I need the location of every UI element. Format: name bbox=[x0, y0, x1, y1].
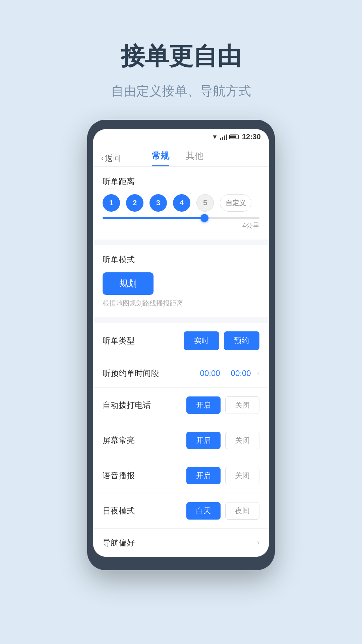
auto-call-row: 自动拨打电话 开启 关闭 bbox=[93, 388, 269, 423]
screen-on-toggle: 开启 关闭 bbox=[186, 432, 259, 449]
back-label: 返回 bbox=[105, 153, 121, 164]
page-header: 接单更自由 自由定义接单、导航方式 bbox=[111, 0, 251, 100]
wifi-icon: ▼ bbox=[212, 133, 218, 141]
distance-btn-2[interactable]: 2 bbox=[126, 194, 143, 212]
voice-off[interactable]: 关闭 bbox=[225, 467, 259, 484]
distance-options: 1 2 3 4 5 自定义 bbox=[103, 194, 259, 212]
battery-icon bbox=[229, 135, 239, 139]
time-range-value[interactable]: 00:00 - 00:00 › bbox=[200, 369, 259, 378]
signal-icon bbox=[220, 134, 227, 140]
voice-toggle: 开启 关闭 bbox=[186, 467, 259, 484]
distance-btn-3[interactable]: 3 bbox=[149, 194, 167, 212]
status-bar: ▼ bbox=[93, 129, 269, 145]
page-title: 接单更自由 bbox=[111, 40, 251, 72]
status-icons: ▼ bbox=[212, 133, 239, 141]
settings-list: 听单类型 实时 预约 听预约单时间段 00:00 - 00:00 bbox=[93, 323, 269, 557]
order-type-label: 听单类型 bbox=[103, 335, 184, 346]
tab-other[interactable]: 其他 bbox=[186, 150, 203, 166]
screen-on-on[interactable]: 开启 bbox=[186, 432, 221, 449]
distance-slider[interactable] bbox=[103, 217, 259, 219]
voice-label: 语音播报 bbox=[103, 470, 186, 481]
distance-btn-custom[interactable]: 自定义 bbox=[220, 194, 251, 212]
day-night-label: 日夜模式 bbox=[103, 505, 186, 516]
chevron-right-icon: › bbox=[257, 369, 259, 378]
page-subtitle: 自由定义接单、导航方式 bbox=[111, 83, 251, 100]
status-time: 12:30 bbox=[242, 132, 261, 141]
back-chevron-icon: ‹ bbox=[101, 154, 104, 163]
nav-tabs: 常规 其他 bbox=[152, 150, 203, 166]
type-realtime-btn[interactable]: 实时 bbox=[184, 331, 219, 350]
day-night-off[interactable]: 夜间 bbox=[225, 502, 259, 520]
nav-pref-row[interactable]: 导航偏好 › bbox=[93, 529, 269, 557]
phone-mockup: ▼ bbox=[87, 120, 275, 570]
auto-call-label: 自动拨打电话 bbox=[103, 400, 186, 411]
day-night-row: 日夜模式 白天 夜间 bbox=[93, 493, 269, 529]
mode-title: 听单模式 bbox=[103, 254, 259, 265]
distance-section: 听单距离 1 2 3 4 5 自定义 bbox=[93, 167, 269, 239]
time-end: 00:00 bbox=[231, 369, 251, 378]
mode-active-btn[interactable]: 规划 bbox=[103, 272, 154, 295]
mode-section: 听单模式 规划 根据地图规划路线播报距离 bbox=[93, 245, 269, 317]
tab-general[interactable]: 常规 bbox=[152, 150, 169, 166]
day-night-on[interactable]: 白天 bbox=[186, 502, 221, 520]
back-button[interactable]: ‹ 返回 bbox=[101, 153, 121, 164]
day-night-toggle: 白天 夜间 bbox=[186, 502, 259, 520]
time-range-label: 听预约单时间段 bbox=[103, 368, 200, 379]
auto-call-off[interactable]: 关闭 bbox=[225, 396, 259, 414]
time-range-row[interactable]: 听预约单时间段 00:00 - 00:00 › bbox=[93, 359, 269, 388]
screen-on-row: 屏幕常亮 开启 关闭 bbox=[93, 423, 269, 458]
type-reserved-btn[interactable]: 预约 bbox=[224, 331, 259, 350]
slider-fill bbox=[103, 217, 206, 219]
order-type-row: 听单类型 实时 预约 bbox=[93, 323, 269, 359]
distance-btn-4[interactable]: 4 bbox=[173, 194, 190, 212]
phone-frame: ▼ bbox=[87, 120, 275, 570]
distance-btn-1[interactable]: 1 bbox=[103, 194, 120, 212]
screen-on-off[interactable]: 关闭 bbox=[225, 432, 259, 449]
time-start: 00:00 bbox=[200, 369, 220, 378]
slider-thumb[interactable] bbox=[200, 214, 208, 222]
screen-on-label: 屏幕常亮 bbox=[103, 435, 186, 446]
distance-btn-5[interactable]: 5 bbox=[196, 194, 214, 212]
phone-screen: ▼ bbox=[93, 129, 269, 557]
time-dash: - bbox=[224, 369, 227, 378]
nav-pref-label: 导航偏好 bbox=[103, 537, 255, 548]
auto-call-on[interactable]: 开启 bbox=[186, 396, 221, 414]
voice-row: 语音播报 开启 关闭 bbox=[93, 458, 269, 493]
voice-on[interactable]: 开启 bbox=[186, 467, 221, 484]
distance-title: 听单距离 bbox=[103, 176, 259, 187]
nav-pref-chevron: › bbox=[257, 538, 259, 547]
auto-call-toggle: 开启 关闭 bbox=[186, 396, 259, 414]
order-type-buttons: 实时 预约 bbox=[184, 331, 259, 350]
slider-label: 4公里 bbox=[103, 221, 259, 230]
mode-description: 根据地图规划路线播报距离 bbox=[103, 299, 259, 308]
slider-track bbox=[103, 217, 259, 219]
nav-bar: ‹ 返回 常规 其他 bbox=[93, 145, 269, 167]
